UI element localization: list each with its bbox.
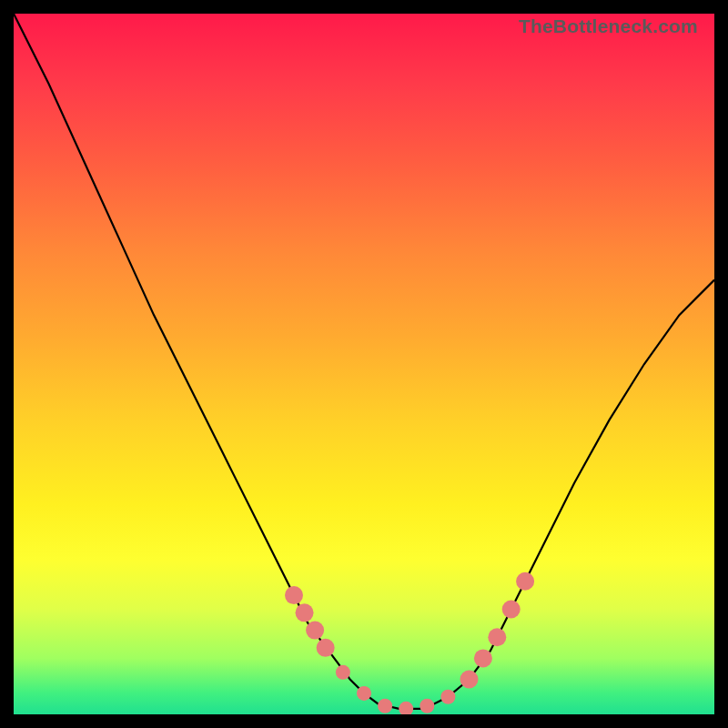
plot-area: TheBottleneck.com xyxy=(14,14,714,714)
marker-point xyxy=(357,686,371,701)
highlight-markers xyxy=(285,572,534,714)
marker-point xyxy=(336,665,350,680)
marker-point xyxy=(317,639,335,657)
marker-point xyxy=(420,699,434,713)
marker-point xyxy=(440,690,455,704)
chart-frame: TheBottleneck.com xyxy=(0,0,728,728)
watermark-label: TheBottleneck.com xyxy=(519,15,698,37)
marker-point xyxy=(378,699,392,713)
marker-point xyxy=(502,601,521,619)
marker-point xyxy=(285,586,303,604)
marker-point xyxy=(516,572,534,591)
marker-point xyxy=(474,649,492,667)
marker-point xyxy=(306,622,324,640)
chart-svg xyxy=(14,14,714,714)
marker-point xyxy=(296,603,314,622)
marker-point xyxy=(399,702,413,714)
marker-point xyxy=(460,671,479,689)
marker-point xyxy=(488,628,506,646)
curve-line xyxy=(14,14,714,709)
bottleneck-curve xyxy=(14,14,714,709)
